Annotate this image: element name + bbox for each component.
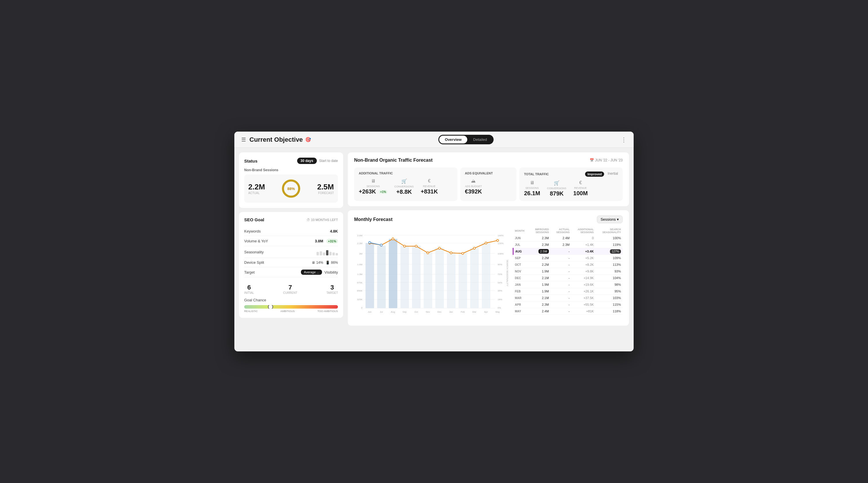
- svg-point-38: [450, 252, 452, 254]
- cell-actual: -: [551, 261, 571, 268]
- svg-point-37: [438, 247, 440, 249]
- sessions-sublabel: SESSIONS: [359, 185, 388, 188]
- cell-month: SEP: [513, 255, 529, 261]
- svg-point-35: [415, 245, 417, 247]
- target-row: Target Average ... Visibility: [244, 267, 338, 277]
- cell-improved: 2.1M: [529, 275, 551, 281]
- total-sessions-icon: 🖥: [524, 180, 540, 185]
- cell-improved: 2.4M: [529, 308, 551, 315]
- keywords-value: 4.8K: [330, 229, 338, 233]
- svg-text:2.3M: 2.3M: [357, 242, 363, 245]
- svg-text:975K: 975K: [357, 281, 363, 284]
- svg-text:18%: 18%: [498, 298, 502, 301]
- cell-improved: 2.2M: [529, 255, 551, 261]
- right-panel: Non-Brand Organic Traffic Forecast 📅 JUN…: [348, 153, 629, 326]
- volume-row: Volume & YoY 3.8M +31%: [244, 236, 338, 246]
- menu-icon[interactable]: ☰: [241, 136, 246, 143]
- season-bar-4: [326, 250, 329, 255]
- cell-seasonality: 103%: [595, 295, 623, 301]
- cell-improved: 2.1M: [529, 295, 551, 301]
- cell-improved: 2.2M: [529, 261, 551, 268]
- svg-point-43: [369, 242, 371, 244]
- vis-current: 7 CURRENT: [283, 284, 298, 294]
- svg-text:Jan: Jan: [450, 311, 453, 313]
- sessions-section: 2.2M ACTUAL 88% 2.5M: [244, 174, 338, 203]
- col-seasonality: SEARCHSEASONALITY: [595, 227, 623, 235]
- additional-traffic-group: Additional Traffic 🖥 SESSIONS +263K +1%: [354, 167, 458, 201]
- cell-additional: +9.8K: [571, 268, 595, 275]
- header-left: ☰ Current Objective 🎯: [241, 136, 311, 143]
- visibility-values: 6 INITIAL 7 CURRENT 3 TARGET: [244, 284, 338, 294]
- revenue-icon: €: [421, 179, 438, 184]
- device-label: Device Split: [244, 260, 264, 265]
- revenue-sublabel: REVENUE: [421, 185, 438, 188]
- additional-traffic-title: Additional Traffic: [359, 171, 453, 175]
- cell-seasonality: 127%: [595, 248, 623, 255]
- app-window: ☰ Current Objective 🎯 Overview Detailed …: [235, 132, 633, 351]
- svg-rect-24: [412, 246, 421, 308]
- ads-budget-metric: ⛰ ADS BUDGET €392K: [465, 179, 482, 195]
- cell-month: MAR: [513, 295, 529, 301]
- seasonality-row: Seasonality: [244, 246, 338, 258]
- total-conv-icon: 🛒: [547, 180, 566, 186]
- cell-actual: -: [551, 308, 571, 315]
- mobile-split: 📱 86%: [326, 261, 338, 265]
- svg-text:Jul: Jul: [380, 311, 383, 313]
- goal-chance-section: Goal Chance REALISTIC AMBITIOUS TOO AMBI…: [244, 296, 338, 313]
- svg-rect-21: [377, 246, 386, 308]
- svg-rect-30: [482, 243, 490, 308]
- header: ☰ Current Objective 🎯 Overview Detailed …: [235, 132, 633, 148]
- chance-labels: REALISTIC AMBITIOUS TOO AMBITIOUS: [244, 310, 338, 313]
- period-badge: Start to date: [319, 159, 338, 163]
- cell-additional: +37.5K: [571, 295, 595, 301]
- chance-realistic-label: REALISTIC: [244, 310, 258, 313]
- ads-equivalent-group: Ads Equivalent ⛰ ADS BUDGET €392K: [460, 167, 517, 201]
- table-row: DEC 2.1M - +14.9K 104%: [513, 275, 623, 281]
- keywords-label: Keywords: [244, 229, 261, 233]
- seo-goal-card: SEO Goal ⏱ 10 MONTHS LEFT Keywords 4.8K …: [239, 212, 343, 318]
- cell-improved: 1.9M: [529, 268, 551, 275]
- donut-label: 88%: [287, 187, 295, 191]
- svg-rect-23: [400, 246, 409, 308]
- cell-additional: +14.9K: [571, 275, 595, 281]
- target-badge[interactable]: Average ...: [301, 269, 322, 275]
- total-conv-val: 879K: [547, 190, 566, 197]
- tab-overview[interactable]: Overview: [439, 136, 468, 143]
- ads-title: Ads Equivalent: [465, 171, 512, 175]
- cell-additional: 0: [571, 235, 595, 242]
- cell-improved: 2.3M: [529, 242, 551, 248]
- seo-title: SEO Goal: [244, 217, 264, 222]
- cell-additional: +26.1K: [571, 288, 595, 295]
- cell-actual: -: [551, 255, 571, 261]
- visibility-section: 6 INITIAL 7 CURRENT 3 TARGET: [244, 277, 338, 296]
- sessions-dropdown[interactable]: Sessions ▾: [597, 216, 623, 223]
- additional-traffic-items: 🖥 SESSIONS +263K +1% 🛒 CONVERSIONS: [359, 179, 453, 195]
- table-row: MAY 2.4M - +81K 118%: [513, 308, 623, 315]
- cell-improved: 2.3M: [529, 301, 551, 308]
- cell-seasonality: 118%: [595, 308, 623, 315]
- sessions-metric: 🖥 SESSIONS +263K +1%: [359, 179, 388, 195]
- conversions-sublabel: CONVERSIONS: [394, 185, 414, 188]
- svg-text:90%: 90%: [498, 263, 502, 266]
- svg-rect-27: [447, 253, 456, 308]
- svg-text:Sep: Sep: [402, 311, 407, 313]
- more-options-icon[interactable]: ⋮: [621, 136, 627, 143]
- total-sessions-val: 26.1M: [524, 190, 540, 197]
- improved-badge[interactable]: Improved: [585, 171, 604, 177]
- days-badge[interactable]: 30 days: [297, 158, 317, 164]
- svg-text:2.6M: 2.6M: [357, 234, 363, 237]
- tab-detailed[interactable]: Detailed: [467, 136, 493, 143]
- table-row: SEP 2.2M - +5.2K 109%: [513, 255, 623, 261]
- total-rev-sub: REVENUE: [573, 187, 588, 189]
- sessions-icon: 🖥: [359, 179, 388, 184]
- table-row: OCT 2.2M - +8.2K 113%: [513, 261, 623, 268]
- main-content: Status 30 days Start to date Non-Brand S…: [235, 148, 633, 330]
- svg-rect-20: [365, 243, 374, 308]
- cell-improved: 1.9M: [529, 281, 551, 288]
- status-badge-group: 30 days Start to date: [297, 158, 338, 164]
- device-row: Device Split 🖥 14% 📱 86%: [244, 258, 338, 267]
- chance-ambitious-label: AMBITIOUS: [280, 310, 295, 313]
- cell-seasonality: 115%: [595, 301, 623, 308]
- monthly-body: 2.6M 2.3M 2M 1.6M 1.3M 975K 650K 325K 0: [354, 227, 623, 320]
- total-sessions-sub: SESSIONS: [524, 187, 540, 189]
